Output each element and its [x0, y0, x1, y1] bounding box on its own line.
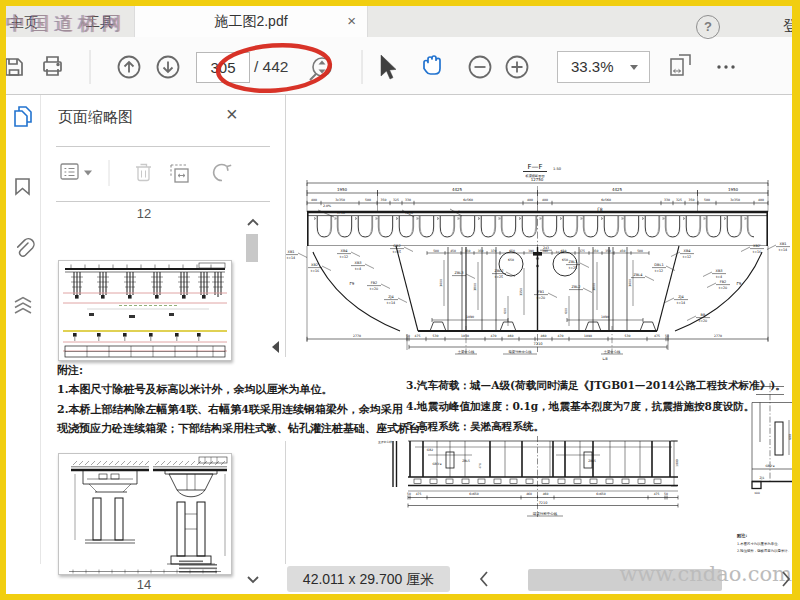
- plate-thickness: t=12: [340, 255, 348, 259]
- dim-label: 460: [526, 492, 532, 496]
- dim-label: 400: [542, 198, 548, 202]
- splice-plate: [462, 479, 469, 484]
- scroll-left-icon[interactable]: [476, 570, 492, 588]
- dim-label: 1000: [675, 459, 679, 467]
- dim-label: 1090: [466, 315, 474, 319]
- collapse-panel-icon[interactable]: [270, 340, 282, 354]
- splice-plate: [446, 479, 453, 484]
- document-tab[interactable]: 施工图2.pdf ×: [134, 6, 368, 37]
- dim-label: ZBL5: [588, 459, 596, 463]
- dim-label: GB2: [427, 448, 433, 452]
- sidebar-close-icon[interactable]: ×: [226, 103, 238, 126]
- dim-label: 箱梁对称中心线: [508, 349, 532, 354]
- previous-page-button[interactable]: [119, 57, 140, 78]
- plate-label: FB1: [538, 290, 545, 294]
- dim-label: 350: [593, 249, 599, 253]
- splice-plate: [414, 479, 421, 484]
- pier-column: [177, 502, 185, 556]
- next-page-button[interactable]: [158, 57, 179, 78]
- cad-line: [741, 247, 750, 252]
- splice-plate: [654, 479, 661, 484]
- deck-ribs: [314, 216, 754, 245]
- mark: [182, 295, 186, 299]
- section-scale: 1:50: [553, 167, 562, 171]
- divider: [56, 146, 270, 147]
- center-plate: [533, 252, 542, 256]
- chevron-down-icon: [630, 65, 638, 70]
- site-watermark-top: 中国道桥网: [6, 11, 126, 37]
- zoom-out-button[interactable]: [470, 57, 491, 78]
- plate-thickness: t=25: [393, 250, 401, 254]
- splice-plate: [510, 479, 517, 484]
- cad-line: [322, 266, 331, 271]
- dim-label: Γ9: [350, 281, 355, 286]
- delete-page-button[interactable]: [136, 165, 151, 181]
- login-button[interactable]: 登: [783, 17, 798, 36]
- toolbar-icons: [0, 36, 800, 94]
- page-thumbnail-14[interactable]: [58, 453, 232, 575]
- zoom-in-button[interactable]: [507, 57, 528, 78]
- dim-label: 3x350: [730, 198, 740, 202]
- text-block: [179, 564, 217, 566]
- title-block: [199, 457, 227, 463]
- zoom-level-dropdown[interactable]: 33.3%: [557, 51, 650, 83]
- sidebar-scrollbar-thumb[interactable]: [246, 234, 258, 262]
- dim-label: GB2'a: [766, 464, 775, 468]
- thumbnail-options-button[interactable]: [61, 164, 92, 179]
- dim-label: 主梁中心线: [458, 349, 475, 354]
- dim-label: 1950: [728, 187, 739, 192]
- scroll-right-icon[interactable]: [778, 570, 794, 588]
- cad-line: [665, 298, 674, 303]
- dim-label: t=16: [405, 211, 413, 215]
- tab-bar: 主页 工具 中国道桥网 施工图2.pdf × ? 登: [6, 6, 792, 37]
- document-tab-title: 施工图2.pdf: [214, 13, 287, 31]
- attachments-panel-icon[interactable]: [18, 239, 34, 256]
- thumbnail-12-drawing: [59, 261, 231, 360]
- plate-label: XB1: [779, 242, 786, 246]
- select-tool-cursor-icon[interactable]: [381, 55, 396, 79]
- plate-label: ZBL2: [572, 285, 581, 289]
- splice-plate: [558, 479, 565, 484]
- dim-label: 330: [405, 198, 411, 202]
- splice-plate: [606, 479, 613, 484]
- page-thumbnail-12[interactable]: [58, 260, 232, 361]
- dim-label: 2770: [353, 334, 361, 338]
- scroll-down-icon[interactable]: [244, 572, 262, 588]
- mark: [155, 295, 159, 299]
- section-title: F—F: [527, 163, 542, 171]
- plate-label: FB2: [720, 280, 727, 284]
- plate-label: XB4: [340, 249, 348, 253]
- dim-label: 50: [406, 334, 410, 338]
- dim-label: ZBL5: [462, 459, 470, 463]
- close-tab-icon[interactable]: ×: [347, 12, 356, 29]
- more-options-button[interactable]: [717, 65, 734, 68]
- dim-label: 主梁中心线: [604, 349, 621, 354]
- fit-width-button[interactable]: [671, 55, 690, 75]
- print-button[interactable]: [44, 57, 61, 75]
- splice-plate: [590, 479, 597, 484]
- bookmarks-panel-icon[interactable]: [16, 179, 29, 194]
- page-thumbnails-panel-icon[interactable]: [15, 107, 31, 126]
- cad-line: [703, 272, 712, 277]
- rotate-page-button[interactable]: [214, 165, 231, 181]
- save-button[interactable]: [6, 59, 22, 75]
- dim-label: 6x560: [463, 198, 473, 202]
- plate-thickness: t=25: [569, 266, 577, 270]
- layers-panel-icon[interactable]: [15, 298, 31, 314]
- plate-label: ZJ4: [388, 295, 394, 299]
- title-block: [199, 263, 225, 268]
- cad-line: [83, 470, 137, 484]
- scroll-up-icon[interactable]: [244, 214, 262, 230]
- cad-line: [351, 252, 360, 257]
- cad-line: [548, 293, 557, 298]
- splice-plate: [542, 479, 549, 484]
- hand-tool-icon[interactable]: [424, 56, 440, 74]
- mini-note: 2.除注明外，钢板厚度均以毫米计。: [737, 548, 791, 553]
- resize-pages-button[interactable]: [171, 165, 188, 182]
- dim-label: 350: [605, 249, 611, 253]
- dim-label: 500: [704, 198, 710, 202]
- pdf-page-view[interactable]: F—F 1:50 桥梁横断面图 127501950442544251950400…: [286, 95, 792, 564]
- cad-line: [671, 252, 680, 257]
- cad-line: [687, 316, 696, 321]
- dim-label: 100: [754, 491, 760, 495]
